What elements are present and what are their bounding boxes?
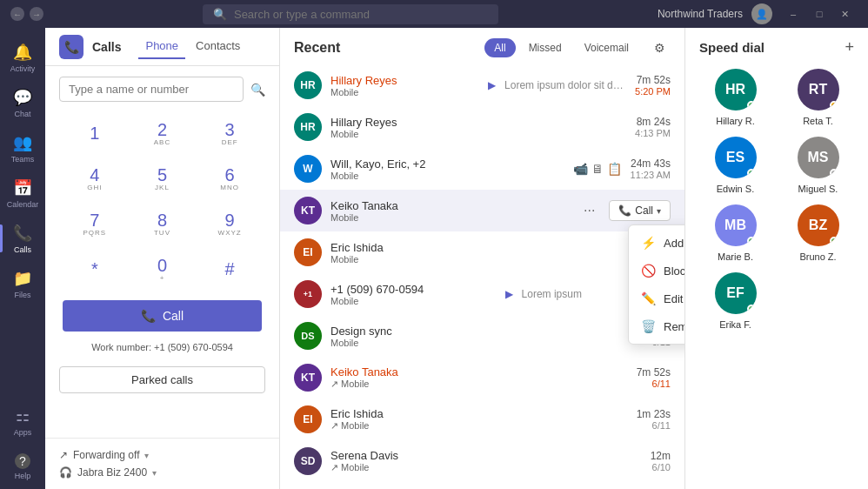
user-avatar[interactable]: 👤 — [751, 3, 772, 24]
speed-dial-icon: ⚡ — [641, 236, 655, 250]
play-icon[interactable]: ▶ — [488, 79, 496, 91]
context-menu-label: Remove — [664, 320, 684, 333]
titlebar-right: Northwind Traders 👤 – □ ✕ — [658, 3, 858, 24]
list-item[interactable]: CC Charlotte de Crum ↗ Mobile 30m 11s 6/… — [280, 482, 684, 489]
caller-avatar: +1 — [294, 280, 322, 308]
caller-avatar: SD — [294, 447, 322, 475]
sidebar-item-chat[interactable]: 💬 Chat — [0, 80, 45, 125]
close-button[interactable]: ✕ — [833, 5, 858, 23]
list-item[interactable]: +1 +1 (509) 670-0594 Mobile ▶ Lorem ipsu… — [280, 273, 684, 315]
caller-name: Serena Davis — [331, 449, 642, 462]
speed-dial-item[interactable]: BZ Bruno Z. — [782, 204, 854, 262]
speed-dial-item[interactable]: EF Erika F. — [699, 272, 771, 330]
list-item[interactable]: HR Hillary Reyes Mobile ▶ Lorem ipsum do… — [280, 64, 684, 106]
device-label: Jabra Biz 2400 — [77, 466, 147, 479]
context-menu-item-remove[interactable]: 🗑️ Remove — [629, 312, 684, 340]
caller-info: Will, Kayo, Eric, +2 Mobile — [331, 157, 564, 181]
sidebar-item-activity[interactable]: 🔔 Activity — [0, 35, 45, 80]
activity-icon: 🔔 — [13, 43, 32, 62]
calendar-icon: 📅 — [13, 178, 32, 198]
speed-dial-item[interactable]: MB Marie B. — [699, 204, 771, 262]
sidebar-item-help[interactable]: ? Help — [0, 444, 45, 489]
call-duration: 12m — [651, 450, 671, 462]
key-2[interactable]: 2ABC — [130, 112, 195, 154]
forwarding-item[interactable]: ↗ Forwarding off ▾ — [59, 449, 265, 461]
filter-missed[interactable]: Missed — [519, 38, 571, 57]
search-bar[interactable]: 🔍 — [203, 4, 498, 24]
key-8[interactable]: 8TUV — [130, 203, 195, 244]
call-time: 11:23 AM — [631, 170, 671, 180]
caller-sub: Mobile — [331, 171, 564, 181]
context-menu-item-speed-dial[interactable]: ⚡ Add to speed dial — [629, 229, 684, 257]
caller-name: Design sync — [331, 325, 628, 338]
list-item[interactable]: DS Design sync Mobile 7m 52s 6/11 — [280, 315, 684, 357]
search-input[interactable] — [234, 8, 488, 21]
device-chevron: ▾ — [152, 468, 157, 478]
status-indicator — [830, 169, 838, 178]
sidebar-item-calls[interactable]: 📞 Calls — [0, 216, 45, 261]
status-indicator — [830, 101, 838, 110]
key-0[interactable]: 0+ — [130, 248, 195, 290]
speed-dial-item[interactable]: MS Miguel S. — [782, 137, 854, 194]
caller-info: Serena Davis ↗ Mobile — [331, 449, 642, 473]
key-1[interactable]: 1 — [63, 112, 127, 154]
tab-phone[interactable]: Phone — [138, 34, 185, 59]
key-5[interactable]: 5JKL — [130, 157, 195, 199]
key-9[interactable]: 9WXYZ — [197, 203, 262, 244]
context-menu-item-block[interactable]: 🚫 Block number — [629, 257, 684, 285]
recent-panel: Recent All Missed Voicemail ⚙ HR Hillary… — [280, 28, 685, 489]
sidebar-item-files[interactable]: 📁 Files — [0, 261, 45, 306]
maximize-button[interactable]: □ — [807, 5, 831, 23]
list-item[interactable]: EI Eric Ishida Mobile 52s 8:45 AM — [280, 231, 684, 273]
speed-dial-item[interactable]: HR Hillary R. — [699, 69, 771, 126]
key-6[interactable]: 6MNO — [197, 157, 262, 199]
list-item[interactable]: W Will, Kayo, Eric, +2 Mobile 📹 🖥 📋 24m … — [280, 148, 684, 190]
work-number: Work number: +1 (509) 670-0594 — [45, 342, 279, 359]
nav-back-button[interactable]: ← — [10, 7, 24, 21]
key-7[interactable]: 7PQRS — [63, 203, 127, 244]
add-speed-dial-button[interactable]: + — [845, 38, 854, 57]
list-item[interactable]: KT Keiko Tanaka ↗ Mobile 7m 52s 6/11 — [280, 357, 684, 399]
call-button[interactable]: 📞 Call — [63, 300, 262, 332]
search-number-icon[interactable]: 🔍 — [250, 83, 265, 97]
filter-tabs: All Missed Voicemail — [484, 38, 638, 57]
key-star[interactable]: * — [63, 248, 127, 290]
key-3[interactable]: 3DEF — [197, 112, 262, 154]
caller-name: Eric Ishida — [331, 407, 628, 420]
filter-all[interactable]: All — [484, 38, 515, 57]
search-number-input[interactable] — [59, 77, 244, 102]
parked-calls-button[interactable]: Parked calls — [59, 366, 265, 393]
caller-info: +1 (509) 670-0594 Mobile — [331, 283, 497, 306]
key-hash[interactable]: # — [197, 248, 262, 290]
filter-voicemail[interactable]: Voicemail — [575, 38, 638, 57]
device-item[interactable]: 🎧 Jabra Biz 2400 ▾ — [59, 466, 265, 479]
sidebar-item-calendar[interactable]: 📅 Calendar — [0, 171, 45, 216]
key-4[interactable]: 4GHI — [63, 157, 127, 199]
caller-info: Keiko Tanaka ↗ Mobile — [331, 365, 628, 390]
call-action-button[interactable]: 📞 Call ▾ — [609, 200, 671, 221]
tab-contacts[interactable]: Contacts — [189, 34, 247, 59]
list-item[interactable]: EI Eric Ishida ↗ Mobile 1m 23s 6/11 — [280, 399, 684, 440]
app-body: 🔔 Activity 💬 Chat 👥 Teams 📅 Calendar 📞 C… — [0, 28, 868, 489]
caller-avatar: EI — [294, 405, 322, 433]
play-icon[interactable]: ▶ — [505, 288, 513, 300]
speed-dial-item[interactable]: RT Reta T. — [782, 69, 854, 126]
sidebar-item-label: Apps — [14, 428, 32, 437]
context-menu-item-edit[interactable]: ✏️ Edit — [629, 285, 684, 312]
speed-dial-item[interactable]: ES Edwin S. — [699, 137, 771, 194]
more-options-button[interactable]: ··· — [578, 201, 600, 220]
list-item[interactable]: KT Keiko Tanaka Mobile ··· 📞 Call ▾ — [280, 190, 684, 231]
dialer-panel: 📞 Calls Phone Contacts 🔍 1 2ABC 3DEF 4GH… — [45, 28, 280, 489]
filter-icon[interactable]: ⚙ — [649, 38, 671, 57]
call-preview: Lorem ipsum dolor sit damet, con... — [504, 79, 626, 91]
sidebar-item-apps[interactable]: ⚏ Apps — [0, 399, 45, 444]
caller-info: Eric Ishida Mobile — [331, 241, 627, 265]
help-icon: ? — [15, 453, 30, 469]
nav-forward-button[interactable]: → — [30, 7, 43, 21]
list-item[interactable]: SD Serena Davis ↗ Mobile 12m 6/10 — [280, 440, 684, 482]
context-menu: ⚡ Add to speed dial 🚫 Block number ✏️ Ed… — [628, 224, 684, 345]
sidebar-item-teams[interactable]: 👥 Teams — [0, 125, 45, 171]
sidebar-item-label: Calendar — [7, 200, 39, 209]
list-item[interactable]: HR Hillary Reyes Mobile 8m 24s 4:13 PM — [280, 106, 684, 148]
minimize-button[interactable]: – — [781, 5, 805, 23]
